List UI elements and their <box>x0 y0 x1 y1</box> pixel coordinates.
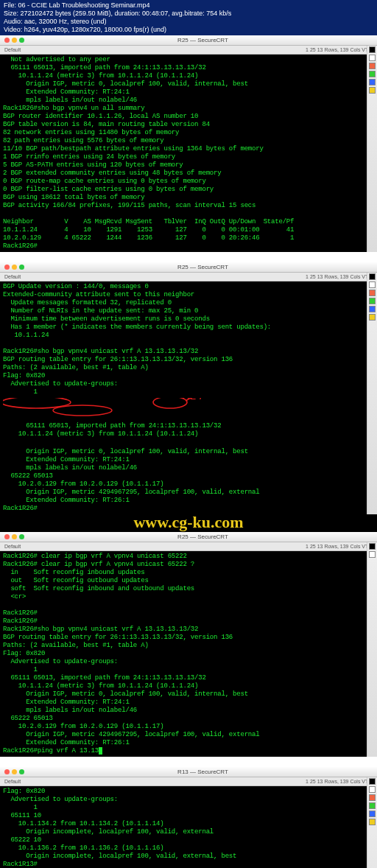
svg-point-0 <box>3 398 71 408</box>
terminal-pane-1: R25 — SecureCRT Default1 25 13 Rows, 139… <box>0 35 377 252</box>
zoom-icon[interactable] <box>19 534 24 539</box>
mac-titlebar: R25 — SecureCRT <box>0 532 377 542</box>
palette-red[interactable] <box>369 794 376 801</box>
terminal-pane-2: R25 — SecureCRT Default1 25 13 Rows, 139… <box>0 262 377 514</box>
cursor-icon <box>99 747 102 755</box>
palette-red[interactable] <box>369 63 376 69</box>
minimize-icon[interactable] <box>12 769 17 774</box>
terminal-output-1[interactable]: Not advertised to any peer 65111 65013, … <box>0 55 377 252</box>
mac-titlebar: R25 — SecureCRT <box>0 35 377 46</box>
minimize-icon[interactable] <box>12 38 17 43</box>
tab-left[interactable]: Default <box>4 46 21 54</box>
palette-green[interactable] <box>369 71 376 77</box>
palette-blue[interactable] <box>369 306 376 312</box>
minimize-icon[interactable] <box>12 265 17 270</box>
terminal-pane-3: R25 — SecureCRT Default1 25 13 Rows, 139… <box>0 532 377 757</box>
palette-black[interactable] <box>369 273 376 280</box>
annotated-lines: 65111 65013, imported path from 24:1:13.… <box>3 422 221 438</box>
terminal-pane-4: R13 — SecureCRT Default1 25 13 Rows, 139… <box>0 767 377 868</box>
window-title: R13 — SecureCRT <box>29 769 377 775</box>
window-title: R25 — SecureCRT <box>29 37 377 43</box>
palette-green[interactable] <box>369 298 376 304</box>
red-circle-annotation <box>3 398 305 420</box>
zoom-icon[interactable] <box>19 769 24 774</box>
palette-white[interactable] <box>369 55 376 61</box>
palette-white[interactable] <box>369 551 376 558</box>
palette-blue[interactable] <box>369 811 376 817</box>
media-info-header: File: 06 - CCIE Lab Troubleshooting Semi… <box>0 0 377 35</box>
window-title: R25 — SecureCRT <box>29 264 377 270</box>
video-line: Video: h264, yuv420p, 1280x720, 18000.00… <box>4 26 373 34</box>
zoom-icon[interactable] <box>19 265 24 270</box>
tab-left[interactable]: Default <box>4 273 21 281</box>
terminal-output-2c[interactable]: Origin IGP, metric 0, localpref 100, val… <box>0 447 377 514</box>
palette-black[interactable] <box>369 543 376 550</box>
watermark-text: www.cg-ku.com <box>0 513 377 532</box>
palette-white[interactable] <box>369 281 376 288</box>
palette-red[interactable] <box>369 290 376 296</box>
traffic-lights[interactable] <box>4 769 24 774</box>
palette-green[interactable] <box>369 802 376 809</box>
palette-white[interactable] <box>369 786 376 793</box>
close-icon[interactable] <box>4 769 10 774</box>
color-palette[interactable] <box>367 542 377 757</box>
close-icon[interactable] <box>4 534 10 539</box>
palette-blue[interactable] <box>369 79 376 85</box>
pane3-text: Rack1R26# clear ip bgp vrf A vpnv4 unica… <box>3 553 259 755</box>
file-line: File: 06 - CCIE Lab Troubleshooting Semi… <box>4 1 373 10</box>
terminal-output-4[interactable]: Flag: 0x820 Advertised to update-groups:… <box>0 786 377 868</box>
close-icon[interactable] <box>4 265 10 270</box>
palette-yellow[interactable] <box>369 87 376 94</box>
svg-point-1 <box>53 405 112 416</box>
palette-yellow[interactable] <box>369 314 376 321</box>
traffic-lights[interactable] <box>4 265 24 270</box>
tab-bar: Default1 25 13 Rows, 139 Cols VT100 <box>0 46 377 55</box>
tab-left[interactable]: Default <box>4 542 21 550</box>
palette-yellow[interactable] <box>369 819 376 825</box>
traffic-lights[interactable] <box>4 38 24 43</box>
palette-black[interactable] <box>369 778 376 785</box>
mac-titlebar: R13 — SecureCRT <box>0 767 377 777</box>
tab-left[interactable]: Default <box>4 777 21 785</box>
palette-black[interactable] <box>369 46 376 53</box>
size-line: Size: 272102472 bytes (259.50 MiB), dura… <box>4 10 373 18</box>
color-palette[interactable] <box>367 46 377 252</box>
close-icon[interactable] <box>4 38 10 43</box>
tab-bar: Default1 25 13 Rows, 139 Cols VT100 <box>0 777 377 786</box>
zoom-icon[interactable] <box>19 38 24 43</box>
color-palette[interactable] <box>367 777 377 868</box>
terminal-output-3[interactable]: Rack1R26# clear ip bgp vrf A vpnv4 unica… <box>0 551 377 757</box>
tab-bar: Default1 25 13 Rows, 139 Cols VT100 <box>0 542 377 551</box>
traffic-lights[interactable] <box>4 534 24 539</box>
minimize-icon[interactable] <box>12 534 17 539</box>
color-palette[interactable] <box>367 273 377 514</box>
tab-bar: Default1 25 13 Rows, 139 Cols VT100 <box>0 273 377 281</box>
mac-titlebar: R25 — SecureCRT <box>0 262 377 273</box>
audio-line: Audio: aac, 32000 Hz, stereo (und) <box>4 18 373 26</box>
window-title: R25 — SecureCRT <box>29 533 377 540</box>
terminal-output-2a[interactable]: BGP Update version : 144/0, messages 0 E… <box>0 281 377 398</box>
terminal-output-2b[interactable]: 65111 65013, imported path from 24:1:13.… <box>0 398 377 447</box>
pane4-text: Flag: 0x820 Advertised to update-groups:… <box>3 788 240 868</box>
